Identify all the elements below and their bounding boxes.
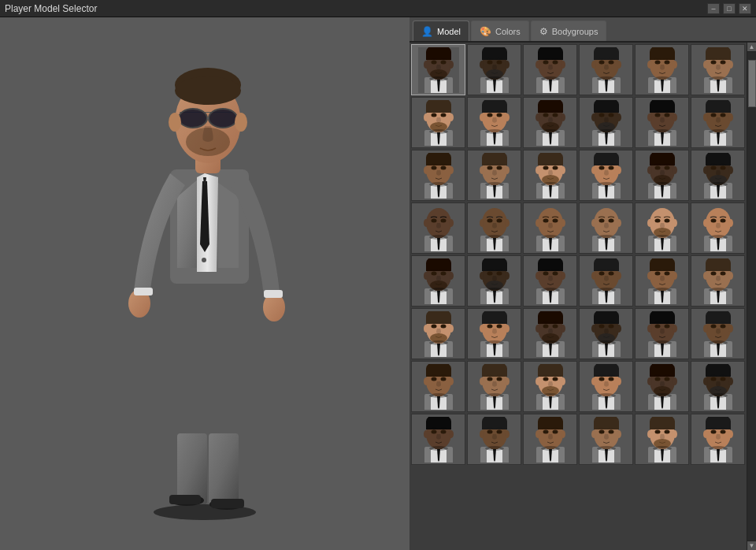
svg-point-491: [653, 340, 672, 345]
model-thumb-7[interactable]: [467, 97, 521, 148]
svg-point-637: [597, 446, 616, 451]
tab-model[interactable]: 👤 Model: [413, 20, 469, 41]
svg-point-383: [552, 271, 558, 275]
model-thumb-40[interactable]: [635, 361, 689, 412]
model-thumb-23[interactable]: [691, 203, 745, 254]
svg-point-620: [536, 430, 540, 438]
model-thumb-25[interactable]: [467, 255, 521, 307]
svg-point-306: [561, 219, 565, 227]
scroll-down-button[interactable]: ▼: [747, 541, 757, 550]
svg-rect-512: [426, 369, 451, 377]
model-thumb-2[interactable]: [523, 44, 577, 95]
tab-colors[interactable]: 🎨 Colors: [471, 20, 529, 41]
model-thumb-37[interactable]: [467, 361, 521, 412]
svg-point-503: [720, 324, 725, 328]
svg-point-45: [431, 60, 436, 64]
title-bar: Player Model Selector – □ ✕: [0, 0, 756, 17]
scroll-track[interactable]: [747, 52, 757, 541]
model-thumb-42[interactable]: [411, 414, 465, 465]
model-thumb-32[interactable]: [523, 308, 577, 359]
model-thumb-35[interactable]: [691, 308, 745, 359]
model-thumb-9[interactable]: [579, 97, 633, 148]
svg-point-206: [431, 165, 436, 169]
right-panel: 👤 Model 🎨 Colors ⚙ Bodygroups: [410, 17, 756, 550]
model-thumb-21[interactable]: [579, 203, 633, 254]
model-thumb-39[interactable]: [579, 361, 633, 412]
svg-point-447: [505, 325, 510, 333]
svg-point-245: [617, 166, 621, 174]
model-thumb-30[interactable]: [411, 308, 465, 359]
svg-point-609: [487, 429, 492, 433]
model-thumb-6[interactable]: [411, 97, 465, 148]
svg-point-661: [728, 430, 733, 438]
svg-point-648: [654, 429, 660, 433]
scroll-up-button[interactable]: ▲: [747, 43, 757, 52]
svg-rect-365: [482, 263, 507, 271]
model-thumb-1[interactable]: [467, 44, 521, 95]
maximize-button[interactable]: □: [723, 3, 736, 14]
model-thumb-13[interactable]: [467, 150, 521, 201]
svg-rect-565: [650, 369, 675, 377]
model-thumb-33[interactable]: [579, 308, 633, 359]
model-thumb-8[interactable]: [523, 97, 577, 148]
model-thumb-38[interactable]: [523, 361, 577, 412]
svg-point-44: [449, 61, 454, 69]
svg-point-123: [424, 113, 428, 121]
tab-bodygroups[interactable]: ⚙ Bodygroups: [531, 20, 607, 41]
model-thumb-41[interactable]: [691, 361, 745, 412]
svg-point-33: [169, 113, 181, 132]
model-thumb-44[interactable]: [523, 414, 577, 465]
scroll-thumb[interactable]: [748, 60, 756, 107]
model-thumb-36[interactable]: [411, 361, 465, 412]
model-thumb-26[interactable]: [523, 255, 577, 307]
model-thumb-27[interactable]: [579, 255, 633, 307]
svg-point-194: [720, 113, 725, 117]
model-thumb-16[interactable]: [635, 150, 689, 201]
model-thumb-47[interactable]: [691, 414, 745, 465]
model-thumb-31[interactable]: [467, 308, 521, 359]
svg-point-420: [728, 272, 733, 280]
svg-point-352: [424, 272, 428, 280]
svg-point-423: [709, 288, 728, 292]
model-thumb-45[interactable]: [579, 414, 633, 465]
model-thumb-34[interactable]: [635, 308, 689, 359]
model-thumb-15[interactable]: [579, 150, 633, 201]
model-thumb-43[interactable]: [467, 414, 521, 465]
model-thumb-5[interactable]: [691, 44, 745, 95]
close-button[interactable]: ✕: [739, 3, 751, 14]
svg-point-369: [496, 271, 502, 275]
model-thumb-20[interactable]: [523, 203, 577, 254]
svg-point-231: [561, 166, 565, 174]
svg-point-339: [703, 219, 708, 227]
model-thumb-24[interactable]: [411, 255, 465, 307]
tab-bodygroups-label: Bodygroups: [552, 27, 598, 36]
svg-point-384: [541, 288, 560, 292]
model-thumb-29[interactable]: [691, 255, 745, 307]
svg-rect-149: [538, 105, 563, 113]
svg-point-181: [664, 113, 669, 117]
model-thumb-14[interactable]: [523, 150, 577, 201]
svg-rect-256: [650, 158, 675, 165]
svg-point-446: [480, 325, 484, 333]
svg-rect-499: [706, 316, 731, 324]
model-thumb-19[interactable]: [467, 203, 521, 254]
model-thumb-28[interactable]: [635, 255, 689, 307]
model-thumb-10[interactable]: [635, 97, 689, 148]
svg-point-504: [709, 340, 728, 345]
model-thumb-17[interactable]: [691, 150, 745, 201]
svg-point-309: [541, 235, 560, 240]
model-thumb-4[interactable]: [635, 44, 689, 95]
svg-point-340: [728, 219, 733, 227]
model-thumb-46[interactable]: [635, 414, 689, 465]
model-thumb-11[interactable]: [691, 97, 745, 148]
svg-point-141: [485, 129, 504, 134]
title-controls: – □ ✕: [707, 3, 751, 14]
model-thumb-18[interactable]: [411, 203, 465, 254]
model-thumb-22[interactable]: [635, 203, 689, 254]
svg-rect-270: [706, 158, 731, 165]
minimize-button[interactable]: –: [707, 3, 720, 14]
model-thumb-3[interactable]: [579, 44, 633, 95]
model-thumb-0[interactable]: [411, 44, 465, 95]
model-thumb-12[interactable]: [411, 150, 465, 201]
svg-point-595: [449, 430, 454, 438]
